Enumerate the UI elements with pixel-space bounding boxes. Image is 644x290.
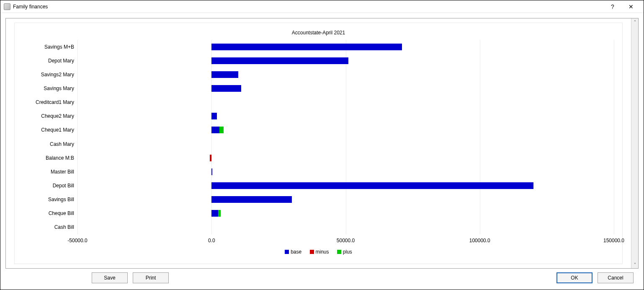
chart-row: Depot Mary	[77, 54, 614, 67]
bar-base	[211, 196, 292, 203]
chart-row: Creditcard1 Mary	[77, 96, 614, 109]
app-window: Family finances ? ✕ Accountstate-April 2…	[0, 0, 644, 290]
window-title: Family finances	[13, 4, 48, 10]
bar-minus	[210, 155, 211, 161]
chart-row: Cheque1 Mary	[77, 123, 614, 137]
x-tick-label: 150000.0	[603, 238, 624, 243]
save-button[interactable]: Save	[92, 272, 128, 283]
titlebar: Family finances ? ✕	[0, 0, 644, 13]
bar-base	[211, 85, 241, 92]
category-label: Savings M+B	[44, 44, 77, 50]
cancel-button[interactable]: Cancel	[598, 272, 634, 283]
legend-swatch-base	[285, 250, 289, 254]
button-bar: Save Print OK Cancel	[5, 269, 639, 287]
bar-base	[211, 182, 533, 189]
legend-label-minus: minus	[316, 249, 329, 255]
print-button[interactable]: Print	[133, 272, 169, 283]
bar-base	[211, 71, 238, 78]
scroll-up-icon[interactable]: ˄	[631, 18, 638, 26]
chart-row: Savings2 Mary	[77, 67, 614, 81]
legend-label-plus: plus	[343, 249, 352, 255]
category-label: Cheque1 Mary	[41, 127, 77, 133]
client-area: Accountstate-April 2021 -50000.00.050000…	[0, 13, 644, 290]
legend-item-plus: plus	[337, 249, 352, 255]
chart-inner: Accountstate-April 2021 -50000.00.050000…	[14, 23, 623, 264]
close-button[interactable]: ✕	[622, 0, 640, 13]
chart-row: Balance M:B	[77, 151, 614, 165]
chart-title: Accountstate-April 2021	[15, 30, 622, 36]
help-button[interactable]: ?	[603, 0, 622, 13]
app-icon	[4, 3, 10, 10]
chart-frame: Accountstate-April 2021 -50000.00.050000…	[5, 18, 639, 269]
chart-row: Master Bill	[77, 165, 614, 179]
category-label: Balance M:B	[46, 155, 77, 161]
category-label: Depot Bill	[53, 183, 77, 189]
chart-legend: base minus plus	[15, 249, 622, 255]
category-label: Savings2 Mary	[41, 72, 77, 78]
bar-base	[211, 168, 212, 175]
category-label: Cash Bill	[54, 224, 77, 230]
scroll-down-icon[interactable]: ˅	[631, 261, 638, 268]
bar-base	[211, 210, 218, 217]
vertical-scrollbar[interactable]: ˄ ˅	[631, 18, 638, 268]
x-tick-label: -50000.0	[67, 238, 87, 243]
category-label: Savings Mary	[44, 85, 77, 91]
legend-label-base: base	[291, 249, 301, 255]
bar-plus	[218, 210, 221, 217]
chart-row: Cash Mary	[77, 137, 614, 151]
bar-base	[211, 127, 219, 133]
chart-area: Accountstate-April 2021 -50000.00.050000…	[6, 18, 631, 268]
x-tick-label: 50000.0	[337, 238, 355, 243]
chart-row: Cheque2 Mary	[77, 109, 614, 123]
category-label: Creditcard1 Mary	[36, 99, 77, 105]
category-label: Cheque2 Mary	[41, 113, 77, 119]
legend-swatch-minus	[310, 250, 314, 254]
category-label: Master Bill	[51, 169, 77, 175]
ok-button[interactable]: OK	[556, 272, 592, 283]
legend-item-minus: minus	[310, 249, 329, 255]
bar-base	[211, 57, 348, 64]
category-label: Cheque Bill	[49, 210, 77, 216]
bar-base	[211, 113, 217, 119]
chart-row: Cash Bill	[77, 220, 614, 234]
chart-row: Depot Bill	[77, 179, 614, 192]
chart-row: Cheque Bill	[77, 207, 614, 220]
bar-base	[211, 44, 402, 50]
chart-plot: -50000.00.050000.0100000.0150000.0Saving…	[77, 40, 614, 234]
legend-swatch-plus	[337, 250, 341, 254]
bar-plus	[219, 127, 224, 133]
chart-row: Savings M+B	[77, 40, 614, 54]
x-tick-label: 0.0	[208, 238, 215, 243]
x-tick-label: 100000.0	[469, 238, 490, 243]
category-label: Depot Mary	[48, 58, 77, 64]
chart-row: Savings Bill	[77, 193, 614, 207]
category-label: Savings Bill	[48, 197, 77, 202]
gridline	[614, 40, 614, 234]
chart-row: Savings Mary	[77, 81, 614, 95]
legend-item-base: base	[285, 249, 301, 255]
category-label: Cash Mary	[50, 141, 77, 147]
